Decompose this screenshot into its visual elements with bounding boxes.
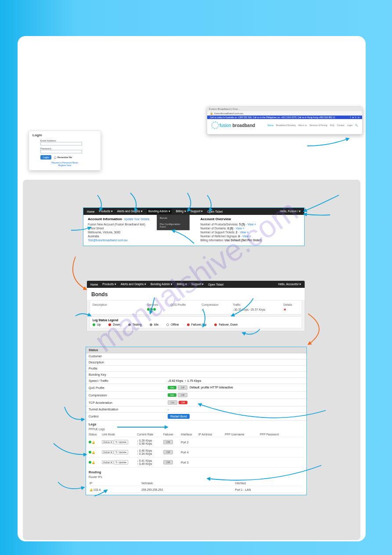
leg-row: 🔔 Active ▾ ↻ Update ↓ 0.28 Kbps↑ 0.98 Kb…: [89, 437, 304, 447]
overview-tickets: Number of Support Tickets: 2 - View »: [201, 230, 300, 234]
submenu-preconfig[interactable]: Pre Configuration Form: [157, 221, 189, 230]
submenu-bonds[interactable]: Bonds: [157, 215, 189, 221]
nav2-bonding[interactable]: Bonding Admin ▾: [151, 283, 173, 286]
email-field[interactable]: [40, 142, 82, 145]
site-nav[interactable]: Home Broadband Bonding About us Services…: [268, 124, 358, 127]
overview-products: Number of Products/Services: 5 (5) - Vie…: [201, 222, 300, 226]
bell-icon[interactable]: 🔔: [90, 489, 93, 491]
bonds-heading: Bonds: [87, 288, 305, 300]
acct-city: Melbourne, Victoria, 3000: [88, 230, 187, 234]
qos-off-toggle[interactable]: Off: [178, 385, 187, 390]
bell-icon[interactable]: 🔔: [92, 441, 95, 444]
browser-address-bar[interactable]: 🔒 fusionbroadband.com.au: [207, 111, 362, 116]
bell-icon[interactable]: 🔔: [92, 461, 95, 464]
remember-checkbox[interactable]: ◯ Remember Me: [54, 156, 72, 159]
update-details-link[interactable]: Update Your Details: [124, 218, 149, 221]
nav2-alerts[interactable]: Alerts and Graphs ▾: [121, 283, 146, 286]
status-tunnel: Tunnel Authentication-: [86, 406, 306, 413]
bell-icon[interactable]: 🔔: [92, 451, 95, 454]
linkmode-select[interactable]: Active ▾: [102, 440, 113, 444]
user-menu[interactable]: Hello, Fusion ! ▾: [280, 210, 301, 213]
search-icon[interactable]: 🔍: [355, 124, 358, 127]
browser-tab: Fusion Broadband | Fusi...: [207, 107, 362, 111]
bond-row[interactable]: ✓ ↓30.35 Kbps ↑25.57 Kbps ✖: [93, 307, 299, 312]
status-heading: Status: [86, 347, 306, 353]
update-button[interactable]: ↻ Update: [114, 440, 128, 444]
tcp-off-toggle[interactable]: Off: [179, 401, 187, 404]
register-link[interactable]: Register here: [32, 164, 97, 167]
status-description: Description: [89, 361, 168, 364]
browser-window: Fusion Broadband | Fusi... 🔒 fusionbroad…: [207, 106, 363, 134]
login-button[interactable]: Login: [40, 155, 51, 160]
portal-navbar-2: Home Products ▾ Alerts and Graphs ▾ Bond…: [87, 281, 305, 288]
linkmode-select[interactable]: Active ▾: [102, 450, 113, 454]
failover-pill[interactable]: Off: [163, 440, 173, 444]
linkmode-select[interactable]: Active ▾: [102, 461, 113, 464]
status-compression: CompressionOnOff: [86, 392, 306, 399]
routing-row: 🔔 103.4.255.255.255.252Port 1 - LAN: [90, 487, 303, 493]
bonds-table: DescriptionServicesQOS ProfileCompressio…: [90, 300, 302, 315]
legs-heading: Legs: [86, 421, 306, 427]
overview-billing: Billing Information: Use Default (Set Pe…: [201, 238, 300, 242]
nav-billing[interactable]: Billing ▾: [176, 210, 186, 213]
failover-pill[interactable]: Off: [163, 460, 173, 464]
status-control: ControlRestart Bond: [86, 413, 306, 421]
document-page: Fusion Broadband | Fusi... 🔒 fusionbroad…: [18, 36, 366, 541]
nav2-ticket[interactable]: Open Ticket: [208, 283, 223, 286]
nav2-products[interactable]: Products ▾: [102, 283, 116, 286]
status-bonding-key: Bonding Key: [89, 373, 168, 376]
account-overview-title: Account Overview: [201, 217, 300, 221]
overview-domains: Number of Domains: 0 (0) - View »: [201, 226, 300, 230]
compression-check-icon: ✓: [201, 308, 233, 312]
update-button[interactable]: ↻ Update: [114, 460, 128, 464]
site-logo: fusion broadband: [212, 122, 255, 129]
update-button[interactable]: ↻ Update: [114, 450, 128, 454]
account-panel: Home Products ▾ Alerts and Graphs ▾ Bond…: [83, 207, 305, 246]
acct-country: Australia: [88, 234, 187, 238]
legs-table: StatusLink ModeCurrent RateFailoverInter…: [86, 431, 306, 468]
bonds-panel: Home Products ▾ Alerts and Graphs ▾ Bond…: [86, 280, 305, 331]
bonding-admin-submenu: Bonds Pre Configuration Form: [157, 215, 190, 230]
details-icon[interactable]: ✖: [284, 308, 299, 312]
status-speed: Speed / Traffic↓0.92 Kbps ↑ 1.75 Kbps: [86, 378, 306, 384]
leg-row: 🔔 Active ▾ ↻ Update ↓ 0.46 Kbps↑ 0.34 Kb…: [89, 447, 304, 457]
routing-heading: Routing: [86, 468, 306, 475]
acct-email[interactable]: Test@fusionbroadband.com.au: [88, 238, 187, 242]
failover-pill[interactable]: Off: [163, 450, 173, 454]
nav-bonding-admin[interactable]: Bonding Admin ▾: [147, 209, 172, 214]
lower-region: Home Products ▾ Alerts and Graphs ▾ Bond…: [23, 180, 360, 540]
tcp-on-toggle[interactable]: On: [168, 400, 177, 405]
comp-off-toggle[interactable]: Off: [178, 393, 187, 397]
comp-on-toggle[interactable]: On: [168, 393, 176, 397]
nav-open-ticket[interactable]: Open Ticket: [207, 210, 223, 213]
site-top-banner: Call us today in Australia on: 1300 553 …: [207, 116, 362, 119]
legs-subheading: PPPoE Legs: [86, 427, 306, 431]
password-field[interactable]: [40, 150, 82, 153]
routing-table: IPNetmaskInterface 🔔 103.4.255.255.255.2…: [89, 480, 304, 494]
routing-subheading: Router IPs: [86, 475, 306, 479]
leg-row: 🔔 Active ▾ ↻ Update ↓ 0.41 Kbps↑ 0.49 Kb…: [89, 457, 304, 468]
nav-home[interactable]: Home: [87, 210, 94, 213]
qos-on-toggle[interactable]: On: [168, 386, 176, 389]
restart-bond-button[interactable]: Restart Bond: [168, 414, 190, 419]
nav2-user[interactable]: Hello, Accounts! ▾: [278, 283, 301, 286]
login-arrow: [303, 135, 360, 148]
status-panel: Status Customer Description Profile Bond…: [86, 347, 307, 495]
overview-referred: Number of Referred Signups: 0 - View »: [201, 234, 300, 238]
status-customer: Customer: [89, 355, 168, 358]
social-icons: f ✉ 𝕏 in: [350, 116, 360, 119]
nav2-home[interactable]: Home: [90, 283, 98, 286]
login-panel: Login Email Address: Password: Login ◯ R…: [29, 131, 101, 170]
status-tcp: TCP AccelerationOnOff: [86, 399, 306, 406]
nav-support[interactable]: Support ▾: [191, 210, 203, 213]
nav2-billing[interactable]: Billing ▾: [177, 283, 187, 286]
nav-alerts[interactable]: Alerts and Graphs ▾: [117, 210, 143, 213]
nav2-support[interactable]: Support ▾: [191, 283, 204, 286]
leg-status-legend: Leg Status Legend Up Down Testing Idle O…: [90, 316, 302, 328]
portal-navbar-1: Home Products ▾ Alerts and Graphs ▾ Bond…: [83, 208, 304, 215]
login-title: Login: [32, 133, 97, 137]
nav-products[interactable]: Products ▾: [99, 210, 112, 213]
status-qos: QoS ProfileOnOff Default: profile HTTP i…: [86, 384, 306, 392]
status-profile: Profile: [89, 367, 168, 370]
